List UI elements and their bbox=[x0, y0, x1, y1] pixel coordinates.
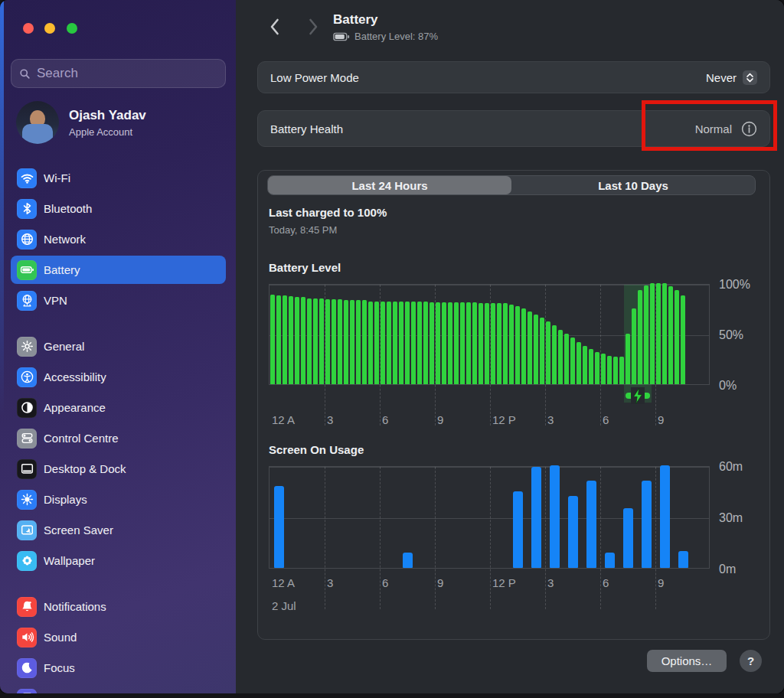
y-axis-tick-label: 0% bbox=[719, 379, 737, 393]
back-button[interactable] bbox=[266, 17, 285, 37]
battery-level-bar bbox=[613, 357, 617, 384]
search-input[interactable]: Search bbox=[11, 59, 226, 88]
globe-icon bbox=[17, 230, 37, 250]
sidebar-item-displays[interactable]: Displays bbox=[11, 485, 226, 514]
low-power-mode-select[interactable]: Never bbox=[706, 70, 757, 85]
sidebar-item-label: Screen Saver bbox=[44, 524, 113, 537]
screen-usage-bar bbox=[642, 481, 652, 568]
sidebar-item-label: Wi-Fi bbox=[44, 171, 70, 184]
battery-level-bar bbox=[442, 302, 446, 384]
battery-level-bar bbox=[528, 311, 531, 384]
sidebar-item-sound[interactable]: Sound bbox=[11, 623, 226, 651]
battery-level-bar bbox=[344, 300, 348, 384]
battery-level-bar bbox=[448, 302, 452, 384]
battery-level-bar bbox=[638, 290, 642, 384]
low-power-mode-label: Low Power Mode bbox=[270, 71, 359, 84]
battery-level-bar bbox=[417, 302, 421, 384]
stepper-chevrons-icon[interactable] bbox=[743, 70, 757, 85]
screen-on-usage-chart: 60m30m0m12 A36912 P3692 Jul bbox=[269, 466, 710, 569]
battery-pane: Battery Battery Level: 87% Low Power Mod… bbox=[236, 0, 784, 693]
sidebar-item-accessibility[interactable]: Accessibility bbox=[11, 363, 226, 391]
sidebar-item-notifications[interactable]: Notifications bbox=[11, 592, 226, 621]
sidebar-item-wi-fi[interactable]: Wi-Fi bbox=[11, 164, 226, 192]
sidebar-group-gap bbox=[11, 317, 226, 332]
y-axis-tick-label: 60m bbox=[719, 460, 743, 474]
battery-level-chart-title: Battery Level bbox=[269, 261, 341, 274]
battery-level-icon bbox=[333, 32, 350, 41]
battery-level-bar bbox=[332, 299, 335, 384]
sidebar-item-label: Displays bbox=[44, 493, 87, 506]
minimize-button[interactable] bbox=[44, 23, 55, 34]
x-axis-tick-label: 6 bbox=[603, 413, 609, 426]
battery-level-bar bbox=[307, 298, 311, 384]
battery-level-bar bbox=[577, 342, 580, 384]
x-axis-tick-label: 9 bbox=[437, 413, 443, 426]
tab-last-24-hours[interactable]: Last 24 Hours bbox=[268, 176, 511, 194]
sidebar-item-control-centre[interactable]: Control Centre bbox=[11, 424, 226, 452]
options-button[interactable]: Options… bbox=[647, 650, 727, 672]
screen-usage-bar bbox=[531, 467, 541, 568]
battery-level-bar bbox=[374, 302, 378, 384]
low-power-mode-row: Low Power Mode Never bbox=[257, 61, 770, 93]
avatar[interactable] bbox=[16, 101, 59, 144]
hourglass-icon bbox=[17, 689, 37, 694]
sidebar-item-label: Appearance bbox=[44, 401, 106, 414]
x-axis-tick-label: 3 bbox=[547, 413, 554, 426]
zoom-button[interactable] bbox=[67, 23, 77, 34]
battery-level-bar bbox=[430, 302, 433, 384]
x-axis-tick-label: 9 bbox=[658, 413, 664, 426]
battery-level-bar bbox=[295, 297, 299, 384]
battery-usage-group: Last 24 HoursLast 10 Days Last charged t… bbox=[257, 170, 770, 640]
sidebar-item-appearance[interactable]: Appearance bbox=[11, 393, 226, 422]
battery-level-bar bbox=[338, 299, 341, 384]
tab-last-10-days[interactable]: Last 10 Days bbox=[511, 176, 755, 194]
sidebar-item-battery[interactable]: Battery bbox=[11, 256, 226, 284]
wifi-icon bbox=[17, 168, 37, 188]
screen-usage-bar bbox=[623, 508, 633, 568]
account-subtitle: Apple Account bbox=[69, 126, 132, 138]
battery-level-bar bbox=[607, 356, 611, 384]
sidebar-item-screen-time[interactable]: Screen Time bbox=[11, 684, 226, 693]
battery-level-bar bbox=[436, 302, 439, 384]
screen-usage-bar bbox=[568, 496, 578, 568]
gear-icon bbox=[17, 337, 37, 357]
x-axis-tick-label: 3 bbox=[547, 576, 554, 589]
gridline-vertical bbox=[545, 467, 546, 609]
bell-icon bbox=[17, 597, 37, 617]
sidebar-item-desktop-dock[interactable]: Desktop & Dock bbox=[11, 455, 226, 483]
battery-level-bar bbox=[558, 330, 562, 384]
battery-level-bar bbox=[656, 283, 660, 384]
battery-level-bar bbox=[595, 352, 599, 384]
battery-level-bar bbox=[497, 303, 501, 384]
help-button[interactable]: ? bbox=[740, 650, 762, 672]
battery-level-bar bbox=[650, 283, 654, 384]
y-axis-tick-label: 100% bbox=[719, 278, 750, 292]
sidebar-item-focus[interactable]: Focus bbox=[11, 654, 226, 682]
x-axis-tick-label: 9 bbox=[658, 576, 664, 589]
screen-on-usage-chart-title: Screen On Usage bbox=[269, 443, 364, 456]
sidebar-item-general[interactable]: General bbox=[11, 332, 226, 360]
battery-level-text: Battery Level: 87% bbox=[354, 31, 438, 42]
x-axis-tick-label: 12 A bbox=[272, 413, 295, 426]
battery-level-bar bbox=[485, 303, 488, 384]
speaker-icon bbox=[17, 628, 37, 647]
account-name[interactable]: Ojash Yadav bbox=[69, 108, 146, 123]
avatar-shirt bbox=[22, 124, 53, 144]
close-button[interactable] bbox=[23, 23, 34, 34]
sidebar-item-wallpaper[interactable]: Wallpaper bbox=[11, 546, 226, 575]
battery-level-bar bbox=[276, 295, 280, 384]
battery-level-bar bbox=[411, 302, 415, 384]
accessibility-icon bbox=[17, 367, 37, 387]
sidebar-item-network[interactable]: Network bbox=[11, 225, 226, 253]
annotation-highlight-box bbox=[642, 100, 777, 151]
battery-level-bar bbox=[681, 295, 684, 384]
battery-level-bar bbox=[589, 349, 593, 384]
x-axis-tick-label: 6 bbox=[382, 576, 388, 589]
sidebar-item-vpn[interactable]: VPN bbox=[11, 286, 226, 315]
battery-level-bar bbox=[313, 298, 317, 384]
sidebar-item-screen-saver[interactable]: Screen Saver bbox=[11, 516, 226, 544]
battery-level-bar bbox=[515, 306, 519, 384]
forward-button[interactable] bbox=[305, 17, 323, 37]
battery-level-bar bbox=[521, 308, 525, 384]
sidebar-item-bluetooth[interactable]: Bluetooth bbox=[11, 194, 226, 223]
